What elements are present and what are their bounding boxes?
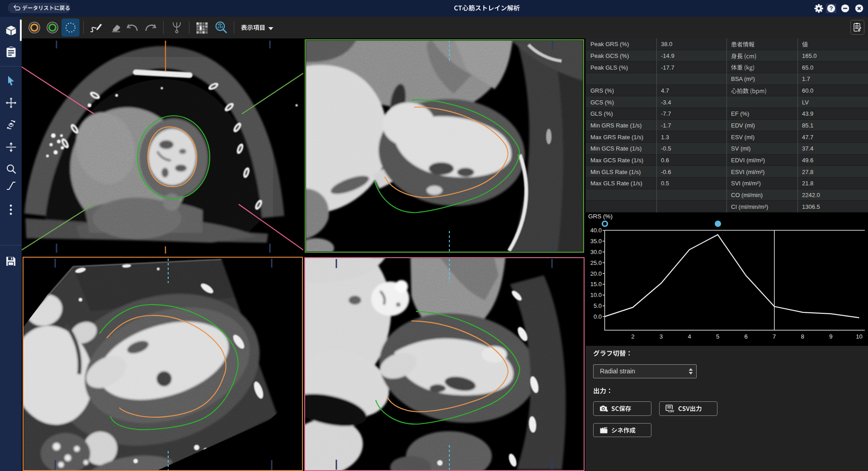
svg-text:3: 3 bbox=[660, 333, 663, 340]
svg-text:15.0: 15.0 bbox=[590, 281, 602, 287]
svg-text:CSV: CSV bbox=[668, 410, 674, 413]
svg-text:9: 9 bbox=[829, 333, 832, 340]
svg-text:?: ? bbox=[830, 5, 833, 12]
svg-text:8: 8 bbox=[801, 333, 804, 340]
svg-text:6: 6 bbox=[744, 333, 747, 340]
svg-text:7: 7 bbox=[773, 333, 776, 340]
svg-text:5.0: 5.0 bbox=[594, 302, 602, 309]
svg-text:10: 10 bbox=[856, 333, 862, 340]
svg-text:35.0: 35.0 bbox=[590, 238, 602, 245]
svg-text:25.0: 25.0 bbox=[590, 259, 602, 266]
svg-text:10.0: 10.0 bbox=[590, 292, 602, 298]
svg-text:2: 2 bbox=[631, 333, 634, 340]
svg-text:4: 4 bbox=[688, 333, 691, 340]
svg-text:0.0: 0.0 bbox=[594, 313, 602, 320]
svg-text:20.0: 20.0 bbox=[590, 270, 602, 277]
svg-text:40.0: 40.0 bbox=[590, 227, 602, 234]
svg-text:5: 5 bbox=[716, 333, 719, 340]
svg-text:30.0: 30.0 bbox=[590, 249, 602, 255]
